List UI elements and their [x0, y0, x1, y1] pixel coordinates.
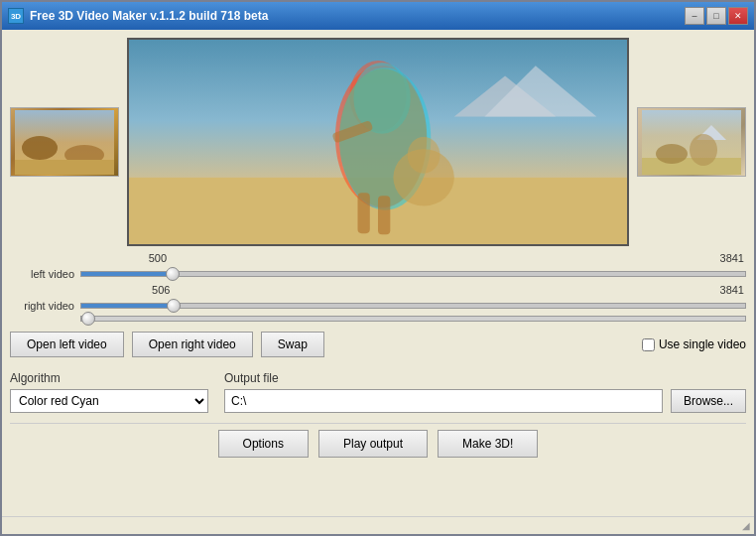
open-right-button[interactable]: Open right video [132, 332, 253, 357]
algorithm-select[interactable]: Color red Cyan Side by Side Top/Bottom I… [10, 389, 208, 413]
right-video-slider-row: right video [10, 300, 746, 312]
play-output-button[interactable]: Play output [318, 430, 428, 458]
right-thumbnail [637, 107, 746, 177]
window-title: Free 3D Video Maker v.1.1.2 build 718 be… [30, 9, 685, 23]
open-left-button[interactable]: Open left video [10, 332, 124, 357]
preview-content [129, 40, 627, 244]
third-slider-row [10, 316, 746, 322]
slider-section: 500 3841 left video 506 3841 right video [10, 252, 746, 322]
algorithm-label: Algorithm [10, 371, 208, 385]
minimize-button[interactable]: – [685, 7, 704, 25]
options-button[interactable]: Options [218, 430, 309, 458]
svg-point-1 [22, 136, 58, 160]
svg-rect-3 [15, 160, 114, 175]
use-single-label[interactable]: Use single video [659, 337, 746, 351]
buttons-row: Open left video Open right video Swap Us… [10, 328, 746, 361]
form-section: Algorithm Color red Cyan Side by Side To… [10, 367, 746, 417]
resize-handle: ◢ [742, 520, 750, 531]
output-label: Output file [224, 371, 746, 385]
algorithm-group: Algorithm Color red Cyan Side by Side To… [10, 371, 208, 413]
output-row: Browse... [224, 389, 746, 413]
use-single-wrap: Use single video [642, 337, 746, 351]
left-video-slider-row: left video [10, 268, 746, 280]
svg-point-17 [408, 137, 441, 174]
right-slider-value-left: 506 [152, 284, 170, 296]
swap-button[interactable]: Swap [261, 332, 324, 357]
window-controls: – □ ✕ [685, 7, 748, 25]
make-3d-button[interactable]: Make 3D! [438, 430, 538, 458]
svg-rect-20 [642, 158, 741, 175]
third-slider[interactable] [80, 316, 746, 322]
svg-rect-14 [378, 196, 390, 234]
right-slider-value-right: 3841 [720, 284, 744, 296]
main-preview [127, 38, 629, 246]
preview-area [10, 38, 746, 246]
left-slider-value-right: 3841 [720, 252, 744, 264]
titlebar: 3D Free 3D Video Maker v.1.1.2 build 718… [2, 2, 754, 30]
use-single-checkbox[interactable] [642, 338, 655, 351]
svg-rect-13 [358, 193, 370, 233]
svg-point-21 [656, 144, 688, 164]
right-video-label: right video [10, 300, 74, 312]
app-icon: 3D [8, 8, 24, 24]
left-thumbnail [10, 107, 119, 177]
status-bar: ◢ [2, 516, 754, 534]
close-button[interactable]: ✕ [728, 7, 748, 25]
left-video-label: left video [10, 268, 74, 280]
main-content: 500 3841 left video 506 3841 right video [2, 30, 754, 516]
svg-point-22 [690, 134, 717, 166]
browse-button[interactable]: Browse... [671, 389, 746, 413]
maximize-button[interactable]: □ [706, 7, 726, 25]
right-video-slider[interactable] [80, 303, 746, 309]
bottom-row: Options Play output Make 3D! [10, 423, 746, 462]
output-group: Output file Browse... [224, 371, 746, 413]
left-slider-value-left: 500 [149, 252, 167, 264]
output-input[interactable] [224, 389, 663, 413]
left-video-slider[interactable] [80, 271, 746, 277]
main-window: 3D Free 3D Video Maker v.1.1.2 build 718… [0, 0, 756, 536]
